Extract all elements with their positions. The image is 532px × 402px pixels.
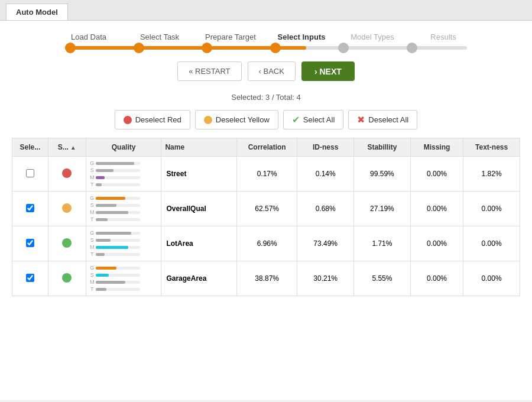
cell-stability-2: 1.71% (354, 226, 411, 261)
step-label-prepare-target: Prepare Target (195, 33, 266, 41)
cell-stability-0: 99.59% (354, 157, 411, 192)
step-dot-select-inputs (270, 43, 281, 53)
progress-track (65, 46, 467, 50)
cell-textness-1: 0.00% (463, 192, 520, 226)
status-dot-yellow (62, 203, 72, 213)
cell-textness-0: 1.82% (463, 157, 520, 192)
cell-stability-1: 27.19% (354, 192, 411, 226)
cell-idness-3: 30.21% (297, 261, 354, 296)
row-name-0: Street (161, 157, 237, 192)
cell-correlation-1: 62.57% (237, 192, 297, 226)
row-checkbox-2[interactable] (26, 239, 34, 247)
restart-button[interactable]: « RESTART (177, 61, 241, 81)
row-checkbox-1[interactable] (26, 204, 34, 212)
status-dot-green (62, 273, 72, 283)
cell-missing-3: 0.00% (410, 261, 463, 296)
select-all-label: Select All (303, 115, 335, 124)
deselect-all-label: Deselect All (368, 115, 408, 124)
row-checkbox-0[interactable] (26, 169, 34, 177)
cell-correlation-3: 38.87% (237, 261, 297, 296)
bar-fill (96, 253, 105, 256)
th-correlation: Correlation (237, 138, 297, 157)
th-idness: ID-ness (297, 138, 354, 157)
tab-bar: Auto Model (0, 0, 532, 21)
cell-textness-3: 0.00% (463, 261, 520, 296)
table-row: GSMTLotArea6.96%73.49%1.71%0.00%0.00% (12, 226, 520, 261)
step-label-select-task: Select Task (124, 33, 195, 41)
summary-text: Selected: 3 / Total: 4 (12, 93, 520, 102)
row-name-2: LotArea (161, 226, 237, 261)
deselect-all-button[interactable]: ✖ Deselect All (348, 110, 417, 129)
bar-fill (96, 211, 128, 214)
table-body: GSMTStreet0.17%0.14%99.59%0.00%1.82%GSMT… (12, 157, 520, 296)
next-button[interactable]: › NEXT (301, 61, 355, 81)
bar-fill (96, 239, 111, 242)
table-row: GSMTStreet0.17%0.14%99.59%0.00%1.82% (12, 157, 520, 192)
sort-arrow-icon: ▲ (70, 144, 76, 151)
step-label-model-types: Model Types (337, 33, 408, 41)
table-row: GSMTOverallQual62.57%0.68%27.19%0.00%0.0… (12, 192, 520, 226)
th-stability: Stabillity (354, 138, 411, 157)
cell-missing-0: 0.00% (410, 157, 463, 192)
bar-fill (96, 169, 113, 172)
cell-textness-2: 0.00% (463, 226, 520, 261)
data-table: Sele... S...▲ Quality Name Correlation I… (12, 138, 520, 296)
status-dot-red (62, 168, 72, 178)
bar-fill (96, 274, 109, 277)
th-status[interactable]: S...▲ (48, 138, 86, 157)
cell-idness-0: 0.14% (297, 157, 354, 192)
bar-fill (96, 246, 128, 249)
bar-fill (96, 288, 106, 291)
cell-idness-1: 0.68% (297, 192, 354, 226)
cell-correlation-2: 6.96% (237, 226, 297, 261)
deselect-yellow-label: Deselect Yellow (216, 115, 270, 124)
cell-correlation-0: 0.17% (237, 157, 297, 192)
row-checkbox-3[interactable] (26, 274, 34, 282)
deselect-red-label: Deselect Red (135, 115, 181, 124)
bar-fill (96, 204, 116, 207)
step-dot-load-data (65, 43, 76, 53)
auto-model-tab[interactable]: Auto Model (6, 4, 68, 20)
step-label-load-data: Load Data (53, 33, 124, 41)
bar-fill (96, 162, 134, 165)
bar-fill (96, 232, 131, 235)
bar-fill (96, 218, 108, 221)
x-icon: ✖ (357, 114, 365, 125)
th-missing: Missing (410, 138, 463, 157)
bar-fill (96, 183, 102, 186)
bar-fill (96, 267, 116, 270)
nav-buttons: « RESTART ‹ BACK › NEXT (12, 61, 520, 81)
main-content: Load DataSelect TaskPrepare TargetSelect… (0, 21, 532, 400)
row-name-3: GarageArea (161, 261, 237, 296)
quality-chart-1: GSMT (90, 195, 158, 222)
yellow-dot-icon (204, 116, 212, 124)
status-dot-green (62, 238, 72, 248)
progress-section: Load DataSelect TaskPrepare TargetSelect… (12, 33, 520, 50)
cell-idness-2: 73.49% (297, 226, 354, 261)
cell-stability-3: 5.55% (354, 261, 411, 296)
check-icon: ✔ (292, 114, 300, 125)
filter-buttons: Deselect Red Deselect Yellow ✔ Select Al… (12, 110, 520, 129)
progress-bar-container (12, 46, 520, 50)
quality-chart-3: GSMT (90, 265, 158, 292)
deselect-red-button[interactable]: Deselect Red (115, 110, 190, 129)
table-row: GSMTGarageArea38.87%30.21%5.55%0.00%0.00… (12, 261, 520, 296)
cell-missing-2: 0.00% (410, 226, 463, 261)
step-dot-select-task (134, 43, 144, 53)
select-all-button[interactable]: ✔ Select All (283, 110, 343, 129)
bar-fill (96, 197, 125, 200)
step-dot-results (407, 43, 417, 53)
cell-missing-1: 0.00% (410, 192, 463, 226)
row-name-1: OverallQual (161, 192, 237, 226)
step-label-results: Results (408, 33, 479, 41)
step-dot-model-types (338, 43, 349, 53)
steps-labels: Load DataSelect TaskPrepare TargetSelect… (12, 33, 520, 41)
table-header-row: Sele... S...▲ Quality Name Correlation I… (12, 138, 520, 157)
bar-fill (96, 176, 105, 179)
quality-chart-0: GSMT (90, 160, 158, 187)
th-name: Name (161, 138, 237, 157)
back-button[interactable]: ‹ BACK (248, 61, 296, 81)
bar-fill (96, 281, 125, 284)
th-textness: Text-ness (463, 138, 520, 157)
deselect-yellow-button[interactable]: Deselect Yellow (195, 110, 278, 129)
